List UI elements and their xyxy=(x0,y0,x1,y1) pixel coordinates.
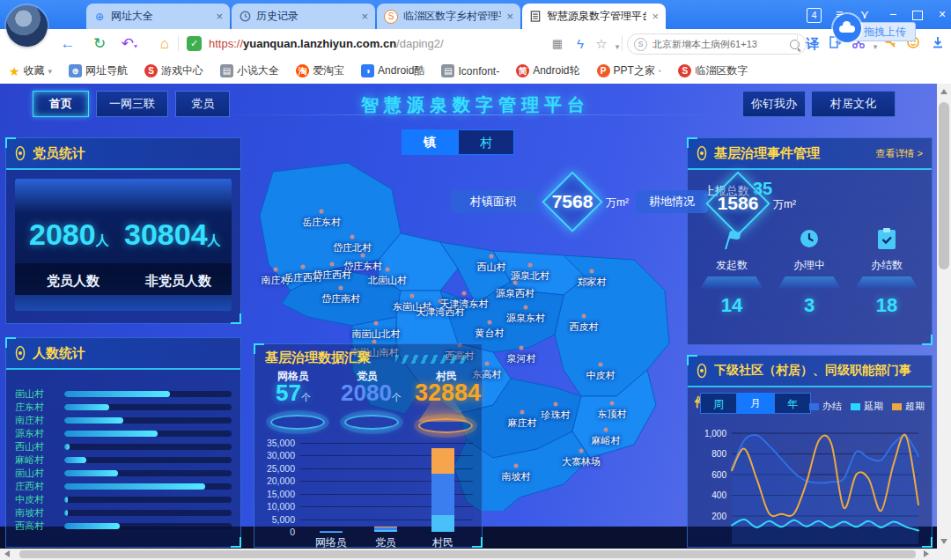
bar-fill xyxy=(64,457,86,463)
back-icon[interactable]: ← xyxy=(58,35,77,52)
star-caret-icon[interactable]: ▾ xyxy=(608,39,627,55)
maximize-button[interactable] xyxy=(909,9,926,23)
legend-item[interactable]: 超期 xyxy=(892,400,925,413)
search-box[interactable]: S 北京新增本土病例61+13 xyxy=(627,33,807,55)
ripple-decor xyxy=(270,415,325,430)
y-tick-label: 200 xyxy=(711,512,726,521)
search-icon[interactable] xyxy=(790,40,800,49)
bar-track xyxy=(64,457,232,463)
scroll-left-arrow[interactable] xyxy=(4,550,10,557)
close-button[interactable]: × xyxy=(933,7,951,21)
y-tick-label: 30,000 xyxy=(256,450,295,461)
close-icon[interactable]: × xyxy=(652,10,659,23)
dash-btn-village-culture[interactable]: 村居文化 xyxy=(811,91,896,117)
stacked-bar[interactable] xyxy=(320,531,343,533)
bookmark-item[interactable]: 简Android轮 xyxy=(516,63,579,78)
tab-week[interactable]: 周 xyxy=(700,393,737,414)
tab-year[interactable]: 年 xyxy=(774,393,811,414)
y-tick-label: 10,000 xyxy=(256,501,295,512)
village-name: 源东村 xyxy=(15,427,57,440)
bar-fill xyxy=(64,444,70,450)
undo-icon[interactable]: ↶▾ xyxy=(120,35,139,55)
clock-icon xyxy=(239,11,251,23)
browser-tab-4-active[interactable]: 智慧源泉数字管理平台 × xyxy=(522,4,666,29)
bookmark-item[interactable]: S临淄区数字 xyxy=(678,63,748,78)
security-shield-icon[interactable]: ✓ xyxy=(187,36,202,51)
close-icon[interactable]: × xyxy=(361,10,368,23)
tab-strip: ⊕ 网址大全 × 历史记录 × S 临淄区数字乡村管理平台 × 智慧源泉数字管理… xyxy=(86,4,666,29)
url-host: yuanquan.lanzhiyun.com.cn xyxy=(243,37,396,50)
theme-icon[interactable]: ⋎ xyxy=(856,7,874,21)
browser-tab-1[interactable]: ⊕ 网址大全 × xyxy=(86,4,230,29)
area-stat-diamond: 7568 xyxy=(544,173,601,230)
close-icon[interactable]: × xyxy=(216,10,223,23)
village-name: 麻峪村 xyxy=(15,453,57,467)
legend-item[interactable]: 延期 xyxy=(851,400,883,413)
scroll-right-arrow[interactable] xyxy=(924,550,929,557)
browser-tab-2[interactable]: 历史记录 × xyxy=(232,4,375,29)
tab-title: 临淄区数字乡村管理平台 xyxy=(403,9,501,24)
panel-title: 基层治理数据汇聚 xyxy=(265,350,371,366)
bookmark-item[interactable]: 淘爱淘宝 xyxy=(296,63,344,78)
bookmark-favorites-root[interactable]: ★ 收藏▾ xyxy=(9,63,52,78)
user-avatar[interactable] xyxy=(6,5,48,47)
y-tick-label: 35,000 xyxy=(256,438,295,448)
close-icon[interactable]: × xyxy=(506,10,513,23)
stacked-bar[interactable] xyxy=(431,448,454,532)
bookmark-icon: ▤ xyxy=(220,64,233,77)
cloud-upload-icon[interactable] xyxy=(833,14,861,42)
panel-title: 党员统计 xyxy=(33,145,85,162)
farmland-stat-label: 耕地情况 xyxy=(636,190,708,213)
scroll-up-arrow[interactable] xyxy=(940,89,947,94)
document-icon xyxy=(529,11,542,23)
browser-tab-3[interactable]: S 临淄区数字乡村管理平台 × xyxy=(377,4,520,29)
minimize-button[interactable]: − xyxy=(884,7,902,21)
village-name: 南坡村 xyxy=(15,506,57,519)
events-line-chart: 1,000800600400200 xyxy=(691,421,925,547)
legend-item[interactable]: 办结 xyxy=(809,400,842,413)
non-party-count-label: 非党员人数 xyxy=(145,273,211,290)
lightning-icon[interactable]: ϟ xyxy=(571,35,590,52)
stacked-bar[interactable] xyxy=(374,527,397,532)
y-tick-label: 15,000 xyxy=(256,489,295,499)
population-bar-row: 崮山村 xyxy=(15,467,232,480)
dash-btn-nidingwoban[interactable]: 你钉我办 xyxy=(742,91,806,117)
bookmark-icon: S xyxy=(678,64,691,77)
party-stats-panel: 党员统计 2080人 30804人 党员人数 非党员人数 xyxy=(5,137,241,324)
bar-track xyxy=(64,391,232,397)
home-icon[interactable]: ⌂ xyxy=(155,35,174,52)
translate-icon[interactable]: 译 xyxy=(803,35,822,52)
horizontal-scroll-thumb[interactable] xyxy=(19,550,916,558)
refresh-icon[interactable]: ↻ xyxy=(90,35,109,52)
bookmark-icon: P xyxy=(597,64,610,77)
tab-count-badge[interactable]: 4 xyxy=(807,8,822,23)
search-input[interactable]: 北京新增本土病例61+13 xyxy=(652,38,785,51)
bookmark-icon: 淘 xyxy=(296,64,309,77)
bookmark-item[interactable]: ▤小说大全 xyxy=(220,63,279,78)
population-bar-row: 庄东村 xyxy=(15,401,232,414)
address-bar[interactable]: https://yuanquan.lanzhiyun.com.cn/daping… xyxy=(209,37,444,50)
toggle-zhen[interactable]: 镇 xyxy=(402,129,458,155)
scroll-down-arrow[interactable] xyxy=(940,539,947,544)
tab-title: 历史记录 xyxy=(256,9,356,24)
tab-title: 智慧源泉数字管理平台 xyxy=(547,9,646,24)
download-icon[interactable] xyxy=(928,35,947,53)
toggle-cun[interactable]: 村 xyxy=(458,129,514,155)
bookmark-item[interactable]: ▤Iconfont- xyxy=(441,64,499,77)
qr-code-icon[interactable]: ▦ xyxy=(548,35,567,52)
tab-month[interactable]: 月 xyxy=(737,393,774,414)
panel-eye-icon xyxy=(15,345,26,361)
gridline xyxy=(300,532,473,533)
clock-icon xyxy=(794,226,824,253)
view-details-link[interactable]: 查看详情 > xyxy=(876,147,923,160)
bookmark-item[interactable]: PPPT之家 · xyxy=(597,63,662,78)
bar-track xyxy=(64,497,232,503)
village-name: 西山村 xyxy=(15,440,57,453)
url-protocol: https:// xyxy=(209,37,243,50)
bookmark-item[interactable]: ⊕网址导航 xyxy=(69,63,128,78)
bookmark-item[interactable]: S游戏中心 xyxy=(144,63,203,78)
url-path: /daping2/ xyxy=(396,37,444,50)
bookmark-item[interactable]: ◑Android酷 xyxy=(361,63,424,78)
chart-legend: 办结延期超期 xyxy=(809,400,925,413)
vertical-scroll-thumb[interactable] xyxy=(939,102,949,269)
